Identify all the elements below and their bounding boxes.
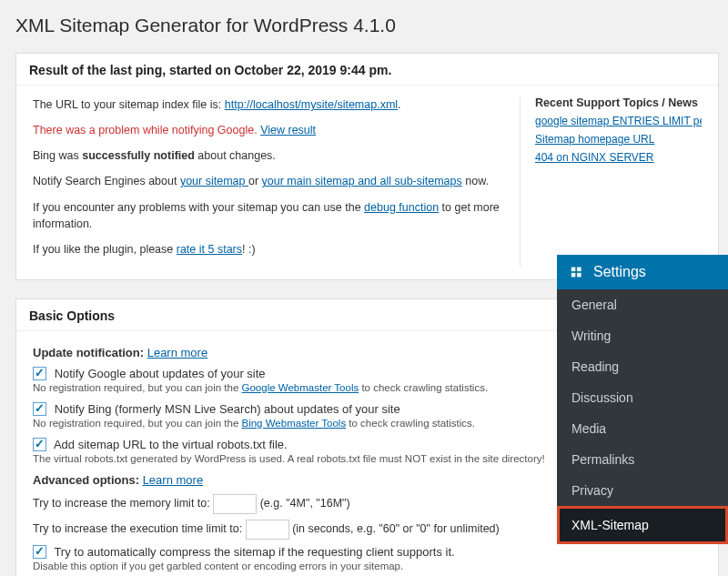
sidebar-item-media[interactable]: Media: [557, 413, 728, 444]
compress-checkbox[interactable]: [33, 545, 46, 559]
google-error-line: There was a problem while notifying Goog…: [33, 122, 503, 138]
view-result-link[interactable]: View result: [260, 124, 316, 136]
notify-prefix: Notify Search Engines about: [33, 175, 180, 187]
settings-title: Settings: [593, 264, 646, 280]
rate-line: If you like the plugin, please rate it 5…: [33, 241, 503, 258]
robots-label: Add sitemap URL to the virtual robots.tx…: [54, 438, 288, 451]
news-link[interactable]: 404 on NGINX SERVER: [535, 151, 702, 164]
learn-more-link[interactable]: Learn more: [147, 346, 207, 359]
debug-function-link[interactable]: debug function: [364, 201, 439, 214]
news-link[interactable]: google sitemap ENTRIES LIMIT pe: [535, 115, 702, 127]
time-prefix: Try to increase the execution time limit…: [33, 522, 246, 535]
rate-link[interactable]: rate it 5 stars: [177, 243, 242, 256]
rate-suffix: ! :): [242, 243, 256, 256]
time-suffix: (in seconds, e.g. "60" or "0" for unlimi…: [292, 522, 500, 535]
learn-more-advanced-link[interactable]: Learn more: [143, 473, 203, 487]
bing-wmt-link[interactable]: Bing Webmaster Tools: [242, 418, 347, 429]
rate-prefix: If you like the plugin, please: [33, 243, 177, 256]
ping-result-box: Result of the last ping, started on Octo…: [15, 53, 719, 280]
svg-rect-1: [577, 268, 581, 272]
notify-now: now.: [462, 175, 489, 187]
memory-limit-input[interactable]: [213, 494, 257, 514]
notify-line: Notify Search Engines about your sitemap…: [33, 173, 503, 189]
notify-bing-checkbox[interactable]: [33, 402, 46, 416]
notify-google-checkbox[interactable]: [33, 367, 46, 380]
google-help-a: No registration required, but you can jo…: [33, 382, 242, 393]
debug-line: If you encounter any problems with your …: [33, 199, 503, 232]
update-label: Update notification:: [33, 346, 144, 359]
ping-heading: Result of the last ping, started on Octo…: [16, 54, 718, 86]
settings-menu-header[interactable]: Settings: [557, 255, 728, 289]
notify-main-link[interactable]: your main sitemap and all sub-sitemaps: [262, 175, 462, 187]
svg-rect-2: [571, 273, 576, 278]
news-heading: Recent Support Topics / News p: [535, 96, 702, 109]
sidebar-item-reading[interactable]: Reading: [557, 351, 728, 382]
sidebar-item-permalinks[interactable]: Permalinks: [557, 444, 728, 475]
bing-prefix: Bing was: [33, 149, 82, 162]
sidebar-item-xml-sitemap[interactable]: XML-Sitemap: [557, 506, 728, 544]
sidebar-item-discussion[interactable]: Discussion: [557, 382, 728, 413]
bing-notified-line: Bing was successfully notified about cha…: [33, 147, 503, 164]
mem-prefix: Try to increase the memory limit to:: [33, 497, 213, 510]
settings-icon: [570, 264, 586, 280]
sidebar-item-writing[interactable]: Writing: [557, 320, 728, 351]
sidebar-item-general[interactable]: General: [557, 289, 728, 320]
sitemap-url-line: The URL to your sitemap index file is: h…: [33, 96, 503, 113]
robots-checkbox[interactable]: [33, 438, 46, 451]
notify-bing-label: Notify Bing (formerly MSN Live Search) a…: [55, 402, 400, 416]
bing-strong: successfully notified: [82, 149, 195, 162]
google-error-text: There was a problem while notifying Goog…: [33, 124, 260, 136]
google-wmt-link[interactable]: Google Webmaster Tools: [242, 382, 359, 393]
mem-suffix: (e.g. "4M", "16M"): [260, 497, 350, 510]
bing-help-a: No registration required, but you can jo…: [33, 418, 242, 429]
debug-prefix: If you encounter any problems with your …: [33, 201, 364, 214]
sitemap-url-link[interactable]: http://localhost/mysite/sitemap.xml: [225, 98, 398, 111]
svg-rect-3: [577, 273, 581, 278]
time-limit-input[interactable]: [246, 520, 289, 540]
bing-help-b: to check crawling statistics.: [346, 418, 475, 429]
news-sidebar: Recent Support Topics / News p google si…: [520, 96, 702, 267]
compress-label: Try to automatically compress the sitema…: [54, 545, 454, 559]
news-link[interactable]: Sitemap homepage URL: [535, 133, 702, 146]
notify-google-label: Notify Google about updates of your site: [55, 367, 266, 380]
page-title: XML Sitemap Generator for WordPress 4.1.…: [15, 15, 719, 36]
svg-rect-0: [571, 268, 576, 272]
sidebar-item-privacy[interactable]: Privacy: [557, 475, 728, 506]
sitemap-url-prefix: The URL to your sitemap index file is:: [33, 98, 225, 111]
notify-or: or: [248, 175, 262, 187]
bing-suffix: about changes.: [195, 149, 276, 162]
google-help-b: to check crawling statistics.: [359, 382, 488, 393]
settings-menu: Settings General Writing Reading Discuss…: [557, 255, 728, 544]
compress-row: Try to automatically compress the sitema…: [33, 545, 702, 559]
compress-help: Disable this option if you get garbled c…: [33, 561, 702, 571]
advanced-label: Advanced options:: [33, 473, 139, 487]
notify-your-sitemap-link[interactable]: your sitemap: [180, 175, 248, 187]
